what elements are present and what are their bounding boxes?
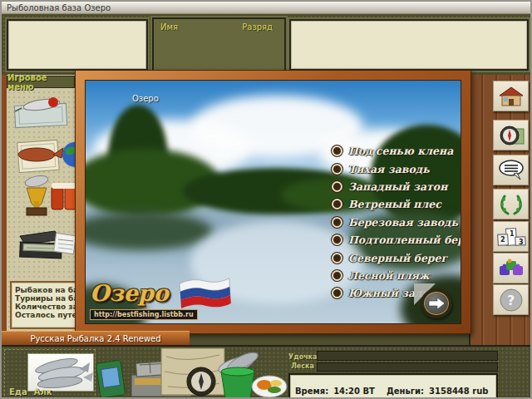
location-label[interactable]: Западный затон — [348, 180, 447, 193]
version-bar: Русская Рыбалка 2.4 Renewed — [2, 331, 190, 345]
location-label[interactable]: Тихая заводь — [348, 163, 430, 175]
location-option[interactable]: Подтопленный берег — [332, 231, 461, 249]
top-right-panel — [289, 19, 529, 71]
trophy-icon[interactable] — [18, 173, 53, 228]
location-option[interactable]: Лесной пляж — [332, 267, 461, 284]
svg-text:3: 3 — [519, 239, 524, 246]
radio-icon[interactable] — [332, 164, 342, 175]
money-label: Деньги: — [387, 387, 424, 396]
radio-icon[interactable] — [332, 253, 342, 264]
food-label: Еда — [9, 387, 27, 397]
russian-flag-icon — [178, 275, 234, 313]
location-dialog: Озеро Под сенью клена Тихая заводь — [75, 70, 471, 334]
location-option[interactable]: Березовая заводь — [332, 214, 461, 231]
map-button[interactable] — [493, 120, 529, 150]
location-option[interactable]: Тихая заводь — [332, 160, 461, 177]
player-list-panel: Имя Разряд — [152, 17, 286, 72]
map-name-label: Озеро — [132, 94, 159, 103]
house-icon — [497, 85, 525, 108]
arrow-right-icon — [427, 297, 446, 310]
version-text: Русская Рыбалка 2.4 Renewed — [30, 334, 160, 343]
window-title: Рыболовная база Озеро — [7, 3, 111, 12]
base-house-button[interactable] — [493, 81, 529, 111]
time-money-box: Время: 14:20 ВТ Деньги: 3158448 rub — [288, 373, 498, 399]
radio-icon[interactable] — [332, 199, 342, 209]
chat-bubble-icon — [497, 159, 525, 182]
shop-money-lure-icon[interactable] — [12, 93, 71, 133]
location-option[interactable]: Ветреный плес — [332, 195, 461, 213]
player-rank-header: Разряд — [242, 22, 273, 32]
money-value: 3158448 rub — [429, 387, 488, 396]
map-compass-icon — [497, 124, 525, 147]
puzzle-icon — [497, 258, 525, 279]
location-label[interactable]: Ветреный плес — [348, 198, 441, 210]
laurel-wreath-icon — [498, 193, 525, 216]
window-titlebar[interactable]: Рыболовная база Озеро — [2, 2, 530, 14]
help-button[interactable]: ? — [493, 284, 529, 315]
rod-value-slot[interactable] — [317, 351, 498, 361]
inventory-strip — [95, 347, 288, 399]
rod-label: Удочка — [288, 353, 317, 361]
time-label: Время: — [295, 387, 328, 396]
right-toolbar: 1 2 3 ? — [469, 75, 530, 346]
alcohol-label: Алк — [34, 387, 52, 397]
chat-button[interactable] — [493, 155, 529, 185]
radio-icon[interactable] — [332, 181, 342, 192]
location-label[interactable]: Под сенью клена — [348, 145, 453, 157]
location-label[interactable]: Подтопленный берег — [348, 234, 461, 246]
radio-icon[interactable] — [332, 145, 342, 156]
radio-icon[interactable] — [332, 234, 342, 245]
food-panel: ЕдаАлк — [4, 349, 96, 399]
svg-text:?: ? — [507, 293, 515, 308]
location-label[interactable]: Северный берег — [348, 252, 447, 264]
location-option[interactable]: Северный берег — [332, 249, 461, 266]
compass-icon[interactable] — [187, 367, 215, 396]
help-icon: ? — [499, 288, 524, 313]
fish-image — [28, 354, 93, 391]
top-strip: Имя Разряд — [2, 15, 530, 76]
location-label[interactable]: Лесной пляж — [348, 269, 430, 282]
location-option[interactable]: Западный затон — [332, 178, 461, 195]
achievements-button[interactable] — [493, 189, 529, 219]
tackle-panel: Удочка Леска — [288, 350, 498, 372]
line-label: Леска — [288, 362, 317, 370]
rankings-button[interactable]: 1 2 3 — [493, 221, 529, 252]
game-menu-sidebar: Игровое меню — [2, 75, 76, 332]
game-menu-title: Игровое меню — [7, 73, 74, 91]
time-value: 14:20 ВТ — [333, 387, 375, 396]
svg-text:1: 1 — [510, 230, 515, 238]
radio-icon[interactable] — [332, 288, 342, 298]
addons-button[interactable] — [493, 253, 529, 283]
line-value-slot[interactable] — [317, 362, 498, 372]
game-window: Рыболовная база Озеро Имя Разряд Игровое… — [0, 0, 532, 399]
podium-icon: 1 2 3 — [496, 225, 526, 249]
beer-icon[interactable] — [50, 178, 78, 219]
player-name-header: Имя — [160, 22, 178, 32]
svg-text:2: 2 — [500, 236, 505, 244]
radio-icon[interactable] — [332, 217, 342, 228]
chips-bag-icon[interactable] — [96, 360, 126, 398]
next-page-button[interactable] — [421, 288, 452, 318]
game-menu-header: Игровое меню — [7, 76, 75, 88]
lake-photo: Озеро Под сенью клена Тихая заводь — [85, 80, 461, 324]
food-plate-icon[interactable] — [252, 376, 287, 397]
location-list: Под сенью клена Тихая заводь Западный за… — [332, 142, 461, 303]
location-label[interactable]: Березовая заводь — [348, 216, 458, 229]
top-left-panel — [7, 19, 148, 71]
caught-fish-photo[interactable] — [27, 353, 94, 392]
radio-icon[interactable] — [332, 270, 342, 281]
location-option[interactable]: Под сенью клена — [332, 142, 461, 160]
bottom-status-bar: ЕдаАлк — [2, 345, 530, 399]
